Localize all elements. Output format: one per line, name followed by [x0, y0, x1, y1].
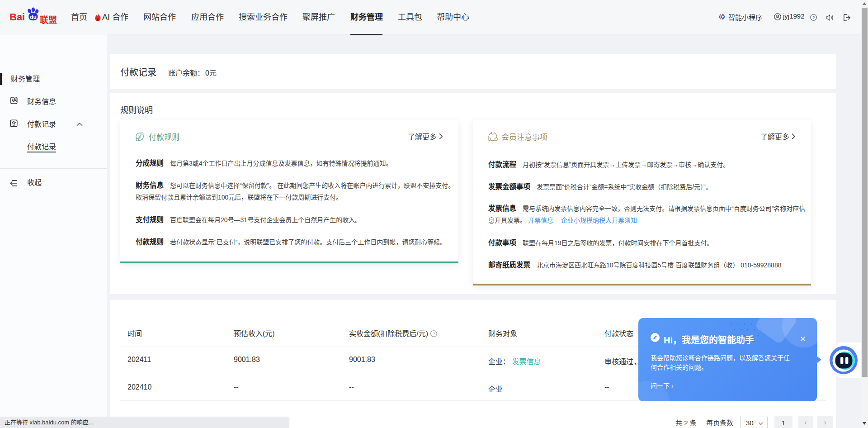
svg-text:?: ? [433, 331, 435, 336]
svg-text:?: ? [812, 15, 815, 20]
svg-text:du: du [30, 14, 37, 20]
